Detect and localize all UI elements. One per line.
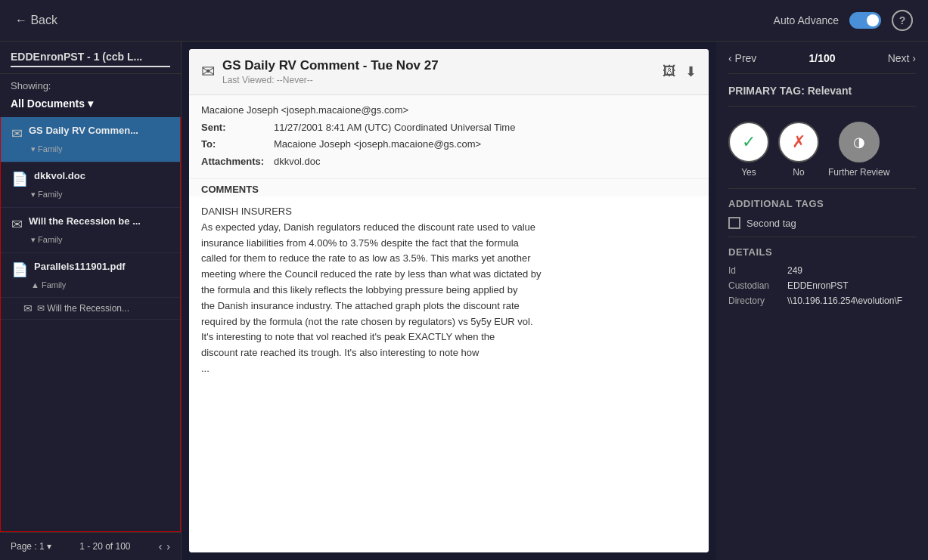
doc-family[interactable]: ▾ Family: [31, 235, 169, 245]
from-value: Macaione Joseph <joseph.macaione@gs.com>: [201, 103, 408, 118]
second-tag-checkbox-item[interactable]: Second tag: [728, 217, 916, 229]
sidebar: EDDEnronPST - 1 (ccb L... Showing: All D…: [0, 42, 182, 560]
email-icon: ✉: [23, 302, 33, 314]
doc-name: Parallels111901.pdf: [34, 261, 126, 272]
top-right-controls: Auto Advance ?: [774, 10, 913, 31]
primary-tag-label: PRIMARY TAG: Relevant: [728, 74, 916, 107]
doc-name: GS Daily RV Commen...: [29, 125, 138, 136]
file-icon: 📄: [11, 261, 28, 278]
tag-section-title: [728, 107, 916, 122]
list-item[interactable]: ✉ GS Daily RV Commen... ▾ Family: [1, 117, 180, 162]
email-icon: ✉: [201, 62, 215, 82]
sidebar-title: EDDEnronPST - 1 (ccb L...: [11, 51, 170, 63]
doc-name: dkkvol.doc: [34, 170, 85, 181]
email-icon: ✉: [11, 216, 23, 233]
attachments-label: Attachments:: [201, 154, 269, 169]
no-tag-button[interactable]: ✗ No: [778, 122, 819, 178]
sent-row: Sent: 11/27/2001 8:41 AM (UTC) Coordinat…: [201, 120, 697, 135]
no-label: No: [793, 167, 804, 178]
sidebar-underline: [11, 66, 170, 67]
main-layout: EDDEnronPST - 1 (ccb L... Showing: All D…: [0, 42, 928, 560]
doc-list: ✉ GS Daily RV Commen... ▾ Family 📄 dkkvo…: [0, 117, 181, 532]
doc-item-inner: 📄 Parallels111901.pdf: [11, 261, 169, 278]
prev-page-button[interactable]: ‹: [159, 540, 163, 552]
list-item[interactable]: 📄 dkkvol.doc ▾ Family: [1, 162, 180, 208]
image-view-icon[interactable]: 🖼: [663, 63, 676, 80]
detail-directory-key: Directory: [728, 295, 781, 306]
body-text: DANISH INSURERS As expected yday, Danish…: [201, 204, 697, 377]
from-row: Macaione Joseph <joseph.macaione@gs.com>: [201, 103, 697, 118]
auto-advance-toggle[interactable]: [849, 12, 881, 29]
nav-bar: ‹ Prev 1/100 Next ›: [728, 42, 916, 74]
to-row: To: Macaione Joseph <joseph.macaione@gs.…: [201, 137, 697, 152]
doc-item-inner: ✉ GS Daily RV Commen...: [11, 125, 169, 142]
right-panel: ‹ Prev 1/100 Next › PRIMARY TAG: Relevan…: [716, 42, 928, 560]
detail-custodian-key: Custodian: [728, 280, 781, 291]
sent-label: Sent:: [201, 120, 269, 135]
no-circle: ✗: [778, 122, 819, 162]
details-section: DETAILS Id 249 Custodian EDDEnronPST Dir…: [728, 237, 916, 320]
doc-family[interactable]: ▾ Family: [31, 190, 169, 200]
prev-button[interactable]: ‹ Prev: [728, 52, 756, 64]
email-viewer: ✉ GS Daily RV Comment - Tue Nov 27 Last …: [189, 49, 709, 552]
email-header-bar: ✉ GS Daily RV Comment - Tue Nov 27 Last …: [189, 49, 709, 95]
email-header-actions: 🖼 ⬇: [663, 63, 697, 80]
further-circle: ◑: [839, 122, 880, 162]
auto-advance-label: Auto Advance: [774, 14, 839, 26]
attachments-row: Attachments: dkkvol.doc: [201, 154, 697, 169]
additional-tags-title: ADDITIONAL TAGS: [728, 198, 916, 209]
email-title-area: GS Daily RV Comment - Tue Nov 27 Last Vi…: [222, 58, 655, 85]
doc-item-inner: 📄 dkkvol.doc: [11, 170, 169, 187]
additional-tags-section: ADDITIONAL TAGS Second tag: [728, 189, 916, 237]
sub-doc-name: ✉ Will the Recession...: [37, 303, 129, 314]
showing-label: Showing:: [0, 74, 181, 94]
page-range: 1 - 20 of 100: [79, 541, 130, 552]
next-button[interactable]: Next ›: [888, 52, 916, 64]
detail-custodian-value: EDDEnronPST: [787, 280, 849, 291]
yes-tag-button[interactable]: ✓ Yes: [728, 122, 769, 178]
doc-family[interactable]: ▲ Family: [31, 280, 169, 289]
download-icon[interactable]: ⬇: [685, 63, 697, 80]
detail-directory-value: \\10.196.116.254\evolution\F: [787, 295, 902, 306]
detail-id-value: 249: [787, 265, 802, 276]
top-bar: ← Back Auto Advance ?: [0, 0, 928, 42]
email-icon: ✉: [11, 125, 23, 142]
sub-doc-inner: ✉ ✉ Will the Recession...: [23, 302, 169, 314]
list-item[interactable]: 📄 Parallels111901.pdf ▲ Family: [1, 253, 180, 298]
file-icon: 📄: [11, 171, 28, 187]
email-last-viewed: Last Viewed: --Never--: [222, 75, 655, 85]
back-button[interactable]: ← Back: [15, 14, 57, 27]
detail-id-key: Id: [728, 265, 781, 276]
tag-buttons: ✓ Yes ✗ No ◑ Further Review: [728, 122, 916, 189]
second-tag-label: Second tag: [746, 218, 796, 229]
email-title: GS Daily RV Comment - Tue Nov 27: [222, 58, 655, 73]
further-review-button[interactable]: ◑ Further Review: [828, 122, 889, 178]
yes-circle: ✓: [728, 122, 769, 162]
yes-label: Yes: [741, 167, 756, 178]
second-tag-checkbox[interactable]: [728, 217, 740, 229]
doc-family[interactable]: ▾ Family: [31, 144, 169, 154]
details-title: DETAILS: [728, 246, 916, 258]
detail-directory-row: Directory \\10.196.116.254\evolution\F: [728, 295, 916, 306]
to-label: To:: [201, 137, 269, 152]
page-select[interactable]: Page : 1 ▾: [11, 541, 51, 552]
sidebar-header: EDDEnronPST - 1 (ccb L...: [0, 42, 181, 74]
email-meta: Macaione Joseph <joseph.macaione@gs.com>…: [189, 95, 709, 179]
help-button[interactable]: ?: [892, 10, 913, 31]
doc-name: Will the Recession be ...: [29, 215, 141, 227]
all-docs-dropdown[interactable]: All Documents ▾: [0, 94, 181, 117]
further-review-label: Further Review: [828, 167, 889, 178]
page-nav[interactable]: ‹ ›: [159, 540, 170, 552]
attachments-value: dkkvol.doc: [274, 154, 320, 169]
next-page-button[interactable]: ›: [166, 540, 170, 552]
comments-label: COMMENTS: [189, 179, 709, 196]
email-body: DANISH INSURERS As expected yday, Danish…: [189, 196, 709, 552]
list-item[interactable]: ✉ Will the Recession be ... ▾ Family: [1, 208, 180, 253]
sidebar-footer: Page : 1 ▾ 1 - 20 of 100 ‹ ›: [0, 532, 181, 560]
sent-value: 11/27/2001 8:41 AM (UTC) Coordinated Uni…: [274, 120, 515, 135]
detail-custodian-row: Custodian EDDEnronPST: [728, 280, 916, 291]
doc-item-inner: ✉ Will the Recession be ...: [11, 215, 169, 233]
detail-id-row: Id 249: [728, 265, 916, 276]
sub-doc-item[interactable]: ✉ ✉ Will the Recession...: [1, 298, 180, 320]
nav-counter: 1/100: [809, 52, 835, 64]
